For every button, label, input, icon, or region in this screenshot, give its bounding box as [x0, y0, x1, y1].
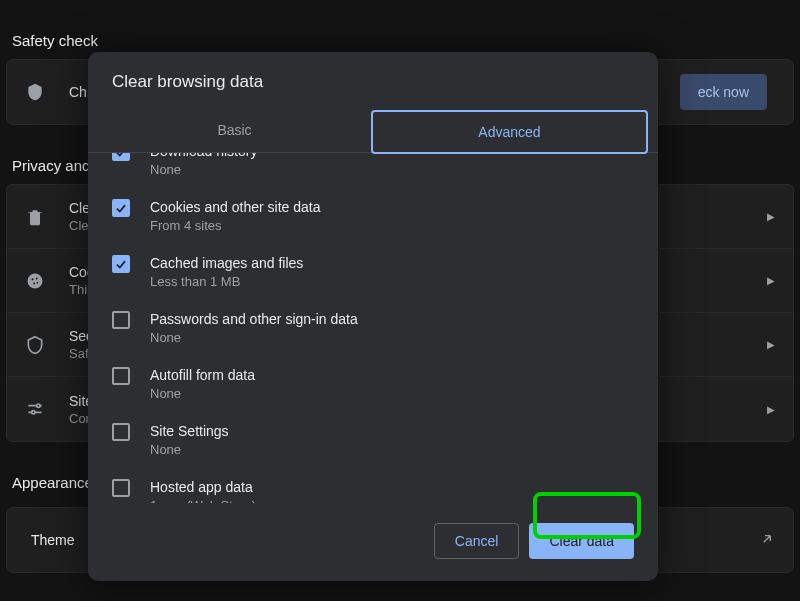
option-desc: None [150, 442, 634, 457]
svg-point-4 [37, 281, 39, 283]
checkbox-download-history[interactable] [112, 153, 130, 161]
option-passwords: Passwords and other sign-in data None [112, 299, 634, 355]
clear-browsing-data-dialog: Clear browsing data Basic Advanced Downl… [88, 52, 658, 581]
safety-check-heading: Safety check [0, 0, 800, 59]
chevron-right-icon: ▶ [767, 339, 775, 350]
option-desc: None [150, 162, 634, 177]
tab-basic[interactable]: Basic [98, 110, 371, 153]
chevron-right-icon: ▶ [767, 404, 775, 415]
option-site-settings: Site Settings None [112, 411, 634, 467]
dialog-body: Download history None Cookies and other … [88, 153, 658, 503]
option-desc: None [150, 386, 634, 401]
svg-point-0 [28, 273, 43, 288]
option-download-history: Download history None [112, 153, 634, 187]
option-title: Cookies and other site data [150, 197, 634, 217]
svg-point-3 [33, 282, 35, 284]
shield-icon [25, 82, 69, 102]
checkbox-cached[interactable] [112, 255, 130, 273]
option-title: Cached images and files [150, 253, 634, 273]
option-autofill: Autofill form data None [112, 355, 634, 411]
svg-point-2 [36, 277, 38, 279]
option-title: Download history [150, 153, 634, 161]
option-title: Hosted app data [150, 477, 634, 497]
option-desc: From 4 sites [150, 218, 634, 233]
sliders-icon [25, 399, 69, 419]
option-title: Passwords and other sign-in data [150, 309, 634, 329]
svg-point-5 [37, 404, 40, 407]
check-now-button[interactable]: eck now [680, 74, 767, 110]
cancel-button[interactable]: Cancel [434, 523, 520, 559]
chevron-right-icon: ▶ [767, 211, 775, 222]
open-external-icon [759, 531, 775, 549]
option-desc: None [150, 330, 634, 345]
security-icon [25, 335, 69, 355]
clear-data-button[interactable]: Clear data [529, 523, 634, 559]
checkbox-passwords[interactable] [112, 311, 130, 329]
checkbox-hosted-app[interactable] [112, 479, 130, 497]
option-hosted-app: Hosted app data 1 app (Web Store) [112, 467, 634, 503]
checkbox-autofill[interactable] [112, 367, 130, 385]
option-desc: 1 app (Web Store) [150, 498, 634, 503]
option-title: Autofill form data [150, 365, 634, 385]
option-cached: Cached images and files Less than 1 MB [112, 243, 634, 299]
option-desc: Less than 1 MB [150, 274, 634, 289]
dialog-title: Clear browsing data [88, 52, 658, 110]
checkbox-site-settings[interactable] [112, 423, 130, 441]
tab-advanced[interactable]: Advanced [371, 110, 648, 154]
chevron-right-icon: ▶ [767, 275, 775, 286]
trash-icon [25, 207, 69, 227]
checkbox-cookies[interactable] [112, 199, 130, 217]
option-title: Site Settings [150, 421, 634, 441]
dialog-footer: Cancel Clear data [88, 503, 658, 581]
cookie-icon [25, 271, 69, 291]
svg-point-1 [31, 278, 33, 280]
dialog-tabs: Basic Advanced [88, 110, 658, 153]
option-cookies: Cookies and other site data From 4 sites [112, 187, 634, 243]
svg-point-6 [32, 411, 35, 414]
